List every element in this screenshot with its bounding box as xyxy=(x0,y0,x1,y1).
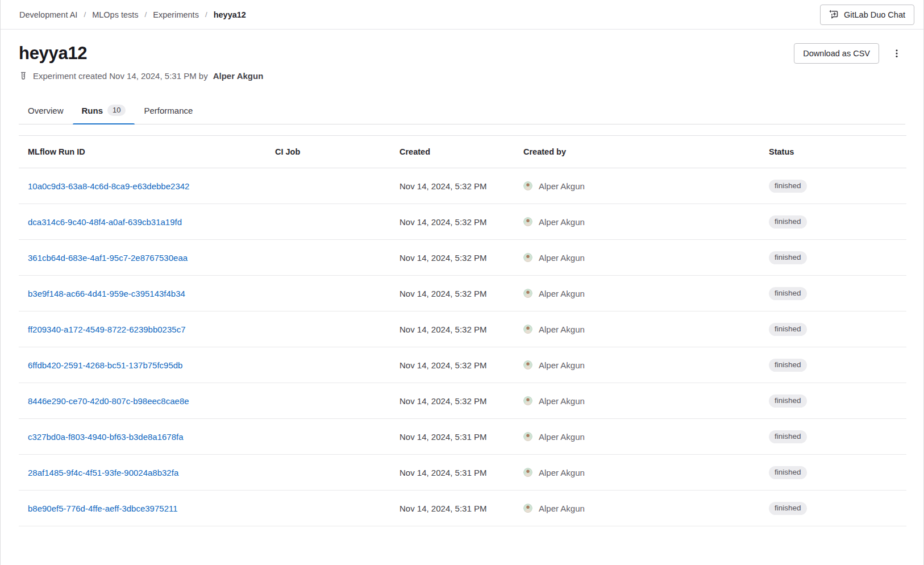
table-row: 361cb64d-683e-4af1-95c7-2e8767530eaaNov … xyxy=(19,240,906,276)
tab-runs[interactable]: Runs10 xyxy=(73,98,135,124)
ci-job-cell xyxy=(266,240,390,276)
table-row: dca314c6-9c40-48f4-a0af-639cb31a19fdNov … xyxy=(19,204,906,240)
run-id-cell: c327bd0a-f803-4940-bf63-b3de8a1678fa xyxy=(19,419,266,455)
status-badge: finished xyxy=(769,502,807,515)
run-link[interactable]: b8e90ef5-776d-4ffe-aeff-3dbce3975211 xyxy=(28,504,178,513)
tab-overview[interactable]: Overview xyxy=(19,98,73,124)
avatar xyxy=(523,468,532,477)
run-link[interactable]: dca314c6-9c40-48f4-a0af-639cb31a19fd xyxy=(28,217,182,227)
breadcrumb-item-mlops-tests[interactable]: MLOps tests xyxy=(92,10,138,19)
created-by-cell: Alper Akgun xyxy=(514,455,760,491)
experiment-created-line: Experiment created Nov 14, 2024, 5:31 PM… xyxy=(19,71,905,81)
created-by-name: Alper Akgun xyxy=(539,289,585,298)
run-link[interactable]: 361cb64d-683e-4af1-95c7-2e8767530eaa xyxy=(28,253,188,263)
duo-chat-button[interactable]: GitLab Duo Chat xyxy=(820,5,914,25)
run-id-cell: 28af1485-9f4c-4f51-93fe-90024a8b32fa xyxy=(19,455,266,491)
runs-table: MLflow Run IDCI JobCreatedCreated byStat… xyxy=(19,135,906,526)
download-csv-label: Download as CSV xyxy=(803,49,870,58)
status-badge: finished xyxy=(769,323,807,336)
created-cell: Nov 14, 2024, 5:32 PM xyxy=(390,204,514,240)
breadcrumb-separator: / xyxy=(205,10,207,19)
created-by: Alper Akgun xyxy=(523,360,751,370)
table-row: b8e90ef5-776d-4ffe-aeff-3dbce3975211Nov … xyxy=(19,491,906,526)
table-row: 28af1485-9f4c-4f51-93fe-90024a8b32faNov … xyxy=(19,455,906,491)
column-header-mlflow-run-id: MLflow Run ID xyxy=(19,136,266,168)
run-link[interactable]: ff209340-a172-4549-8722-6239bb0235c7 xyxy=(28,325,185,334)
created-cell: Nov 14, 2024, 5:32 PM xyxy=(390,383,514,419)
status-cell: finished xyxy=(760,383,906,419)
avatar xyxy=(523,289,532,298)
table-body: 10a0c9d3-63a8-4c6d-8ca9-e63debbe2342Nov … xyxy=(19,168,906,526)
breadcrumb-item-experiments[interactable]: Experiments xyxy=(153,10,199,19)
created-by: Alper Akgun xyxy=(523,468,751,477)
status-cell: finished xyxy=(760,276,906,311)
more-actions-button[interactable] xyxy=(888,44,905,63)
ci-job-cell xyxy=(266,347,390,383)
avatar xyxy=(523,253,532,262)
created-by: Alper Akgun xyxy=(523,289,751,298)
run-link[interactable]: c327bd0a-f803-4940-bf63-b3de8a1678fa xyxy=(28,432,184,442)
created-by-cell: Alper Akgun xyxy=(514,419,760,455)
ci-job-cell xyxy=(266,455,390,491)
status-badge: finished xyxy=(769,394,807,408)
created-by: Alper Akgun xyxy=(523,504,751,513)
tab-performance[interactable]: Performance xyxy=(135,98,202,124)
created-by: Alper Akgun xyxy=(523,396,751,406)
avatar xyxy=(523,217,532,226)
main-content: heyya12 Download as CSV xyxy=(1,30,923,526)
table-header: MLflow Run IDCI JobCreatedCreated byStat… xyxy=(19,136,906,168)
avatar xyxy=(523,396,532,405)
status-cell: finished xyxy=(760,204,906,240)
run-link[interactable]: b3e9f148-ac66-4d41-959e-c395143f4b34 xyxy=(28,289,185,298)
created-by: Alper Akgun xyxy=(523,432,751,442)
run-id-cell: b8e90ef5-776d-4ffe-aeff-3dbce3975211 xyxy=(19,491,266,526)
run-link[interactable]: 6ffdb420-2591-4268-bc51-137b75fc95db xyxy=(28,360,182,370)
created-cell: Nov 14, 2024, 5:32 PM xyxy=(390,276,514,311)
created-by: Alper Akgun xyxy=(523,325,751,334)
created-cell: Nov 14, 2024, 5:32 PM xyxy=(390,347,514,383)
created-author: Alper Akgun xyxy=(213,71,264,81)
created-by-name: Alper Akgun xyxy=(539,325,585,334)
run-link[interactable]: 8446e290-ce70-42d0-807c-b98eec8cae8e xyxy=(28,396,189,406)
ci-job-cell xyxy=(266,383,390,419)
created-by-cell: Alper Akgun xyxy=(514,383,760,419)
created-by-cell: Alper Akgun xyxy=(514,204,760,240)
run-id-cell: 8446e290-ce70-42d0-807c-b98eec8cae8e xyxy=(19,383,266,419)
avatar xyxy=(523,504,532,513)
run-link[interactable]: 28af1485-9f4c-4f51-93fe-90024a8b32fa xyxy=(28,468,178,477)
download-csv-button[interactable]: Download as CSV xyxy=(794,43,879,64)
breadcrumb-item-heyya12: heyya12 xyxy=(214,10,246,19)
created-by-name: Alper Akgun xyxy=(539,432,585,442)
tab-label: Runs xyxy=(82,106,103,115)
run-id-cell: ff209340-a172-4549-8722-6239bb0235c7 xyxy=(19,311,266,347)
created-by-name: Alper Akgun xyxy=(539,217,585,227)
run-link[interactable]: 10a0c9d3-63a8-4c6d-8ca9-e63debbe2342 xyxy=(28,181,189,191)
table-row: b3e9f148-ac66-4d41-959e-c395143f4b34Nov … xyxy=(19,276,906,311)
status-badge: finished xyxy=(769,215,807,229)
column-header-status: Status xyxy=(760,136,906,168)
created-by-cell: Alper Akgun xyxy=(514,240,760,276)
breadcrumb-item-development-ai[interactable]: Development AI xyxy=(19,10,77,19)
test-tube-icon xyxy=(19,72,28,81)
page: Development AI/MLOps tests/Experiments/h… xyxy=(0,0,924,565)
created-by-cell: Alper Akgun xyxy=(514,168,760,204)
run-id-cell: 361cb64d-683e-4af1-95c7-2e8767530eaa xyxy=(19,240,266,276)
status-cell: finished xyxy=(760,347,906,383)
table-row: 8446e290-ce70-42d0-807c-b98eec8cae8eNov … xyxy=(19,383,906,419)
created-cell: Nov 14, 2024, 5:31 PM xyxy=(390,419,514,455)
created-by-name: Alper Akgun xyxy=(539,504,585,513)
status-cell: finished xyxy=(760,455,906,491)
ci-job-cell xyxy=(266,168,390,204)
status-cell: finished xyxy=(760,491,906,526)
kebab-icon xyxy=(892,49,901,58)
status-cell: finished xyxy=(760,240,906,276)
ci-job-cell xyxy=(266,276,390,311)
avatar xyxy=(523,432,532,441)
avatar xyxy=(523,325,532,334)
breadcrumb: Development AI/MLOps tests/Experiments/h… xyxy=(19,10,246,19)
status-cell: finished xyxy=(760,168,906,204)
created-by-cell: Alper Akgun xyxy=(514,347,760,383)
tab-label: Overview xyxy=(28,106,64,115)
breadcrumb-separator: / xyxy=(145,10,147,19)
ci-job-cell xyxy=(266,311,390,347)
